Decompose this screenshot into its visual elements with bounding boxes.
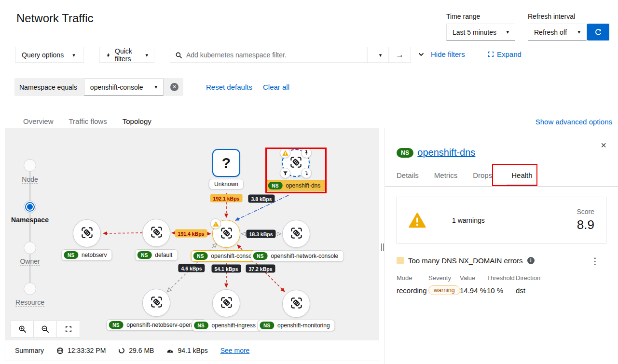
info-icon[interactable]: i <box>527 257 535 264</box>
topology-node-unknown[interactable]: ? <box>212 149 240 177</box>
fit-to-screen-button[interactable] <box>57 321 80 337</box>
edge-label[interactable]: 37.2 kBps <box>246 265 275 273</box>
network-traffic-page: Network Traffic Time range Last 5 minute… <box>0 0 618 364</box>
time-range-value: Last 5 minutes <box>453 28 496 36</box>
warning-badge-icon[interactable] <box>210 218 221 229</box>
topology-node-label-netobserv[interactable]: NS netobserv <box>61 249 112 261</box>
topology-node-openshift-netobserv-operator[interactable] <box>142 289 170 317</box>
warning-color-swatch <box>397 257 404 264</box>
edge-label[interactable]: 4.6 kBps <box>178 264 205 272</box>
topology-node-label-openshift-ingress[interactable]: NS openshift-ingress <box>192 320 261 331</box>
query-options-dropdown[interactable]: Query options ▾ <box>15 47 84 63</box>
level-down-badge-icon[interactable] <box>301 168 312 178</box>
clear-all-link[interactable]: Clear all <box>263 83 289 91</box>
hide-filters-link[interactable]: Hide filters <box>431 50 465 58</box>
scope-radio-namespace[interactable] <box>24 201 36 213</box>
fullscreen-icon <box>65 326 72 333</box>
scope-label-resource[interactable]: Resource <box>15 298 44 307</box>
scope-radio-node[interactable] <box>24 159 36 172</box>
alert-details-table: Mode Severity Value Threshold Direction … <box>397 274 606 295</box>
cell-mode: recording <box>397 286 428 295</box>
node-label-text: netobserv <box>82 252 107 258</box>
col-header-mode: Mode <box>397 274 428 282</box>
drawer-tab-health[interactable]: Health <box>507 164 537 186</box>
topology-node-label-openshift-dns[interactable]: NS openshift-dns <box>266 180 326 191</box>
caret-down-icon: ▾ <box>155 84 158 90</box>
col-header-severity: Severity <box>428 274 460 282</box>
caret-down-icon: ▾ <box>577 29 580 35</box>
reset-defaults-link[interactable]: Reset defaults <box>206 83 252 91</box>
namespace-filter-search[interactable] <box>170 47 367 63</box>
arrow-right-icon: → <box>396 50 404 60</box>
scope-label-node[interactable]: Node <box>22 175 38 184</box>
scope-radio-resource[interactable] <box>24 283 36 295</box>
warning-triangle-icon <box>409 212 426 229</box>
filter-badge-icon[interactable] <box>280 168 290 178</box>
search-suggestions-dropdown[interactable]: ▾ <box>367 47 389 63</box>
zoom-in-icon <box>18 325 27 333</box>
edge-label[interactable]: 3.8 kBps <box>248 195 275 203</box>
namespace-icon <box>290 297 303 311</box>
drawer-resize-handle[interactable] <box>381 243 385 252</box>
scope-label-namespace[interactable]: Namespace <box>11 216 49 224</box>
edge-label[interactable]: 18.3 kBps <box>246 230 275 238</box>
page-title: Network Traffic <box>16 12 94 25</box>
severity-badge: warning <box>428 285 460 295</box>
drawer-tab-drops[interactable]: Drops <box>473 164 492 186</box>
topology-node-label-openshift-network-console[interactable]: NS openshift-network-console <box>251 250 344 262</box>
topology-node-label-openshift-monitoring[interactable]: NS openshift-monitoring <box>257 320 335 331</box>
expand-link[interactable]: Expand <box>497 50 522 58</box>
edge-label[interactable]: 54.1 kBps <box>211 265 241 273</box>
see-more-link[interactable]: See more <box>220 347 250 354</box>
topology-node-openshift-monitoring[interactable] <box>282 290 310 318</box>
ns-badge: NS <box>268 182 283 189</box>
show-advanced-options-link[interactable]: Show advanced options <box>536 118 612 126</box>
topology-node-openshift-network-console[interactable] <box>282 220 310 248</box>
warning-badge-icon[interactable] <box>280 148 290 158</box>
topology-node-netobserv[interactable] <box>73 219 101 247</box>
chevron-down-icon[interactable] <box>418 53 424 56</box>
drawer-tab-details[interactable]: Details <box>397 164 419 186</box>
topology-canvas[interactable]: Node Namespace Owner Resource ? Unknown … <box>5 128 379 340</box>
topology-node-label-default[interactable]: NS default <box>135 249 178 261</box>
node-label-text: openshift-network-console <box>271 253 338 259</box>
refresh-icon <box>594 28 602 36</box>
drawer-title-link[interactable]: openshift-dns <box>417 147 475 158</box>
topology-node-default[interactable] <box>142 219 170 247</box>
col-header-direction: Direction <box>516 274 606 282</box>
pin-badge-icon[interactable] <box>301 148 312 158</box>
topology-node-label-unknown[interactable]: Unknown <box>209 179 244 189</box>
scope-radio-owner[interactable] <box>24 242 36 254</box>
summary-bar: Summary 12:33:32 PM 29.6 MB 94.1 kBps Se… <box>5 340 379 361</box>
topology-node-openshift-ingress[interactable] <box>212 289 240 317</box>
score-value: 8.9 <box>577 217 594 232</box>
edge-label[interactable]: 192.1 kBps <box>210 194 243 202</box>
kebab-menu-icon[interactable]: ⋮ <box>591 256 600 267</box>
refresh-interval-select[interactable]: Refresh off ▾ <box>528 24 587 40</box>
zoom-out-button[interactable] <box>34 321 57 337</box>
ns-badge: NS <box>137 251 152 259</box>
caret-down-icon: ▾ <box>72 52 75 58</box>
node-label-text: openshift-ingress <box>212 322 256 329</box>
question-mark-icon: ? <box>222 155 231 171</box>
apply-filter-button[interactable]: → <box>389 47 411 63</box>
quick-filters-dropdown[interactable]: Quick filters ▾ <box>99 47 154 63</box>
drawer-tab-metrics[interactable]: Metrics <box>434 164 457 186</box>
edge-label[interactable]: 191.4 kBps <box>175 229 207 238</box>
node-label-text: openshift-console <box>211 253 256 259</box>
warnings-count: 1 warnings <box>452 216 577 224</box>
refresh-button[interactable] <box>587 24 609 40</box>
chip-value-select[interactable]: openshift-console ▾ <box>84 79 164 95</box>
search-input[interactable] <box>186 51 362 59</box>
scope-label-owner[interactable]: Owner <box>20 257 40 266</box>
summary-label: Summary <box>15 347 44 354</box>
ns-badge: NS <box>64 251 78 259</box>
node-label-text: openshift-monitoring <box>277 322 330 329</box>
zoom-in-button[interactable] <box>11 321 34 337</box>
time-range-select[interactable]: Last 5 minutes ▾ <box>446 24 515 40</box>
remove-filter-icon[interactable]: ✕ <box>170 83 179 91</box>
drawer-tabs: Details Metrics Drops Health <box>385 164 618 187</box>
close-icon[interactable]: × <box>601 141 606 149</box>
bytes-circle-icon <box>118 347 125 354</box>
globe-icon <box>56 347 64 354</box>
